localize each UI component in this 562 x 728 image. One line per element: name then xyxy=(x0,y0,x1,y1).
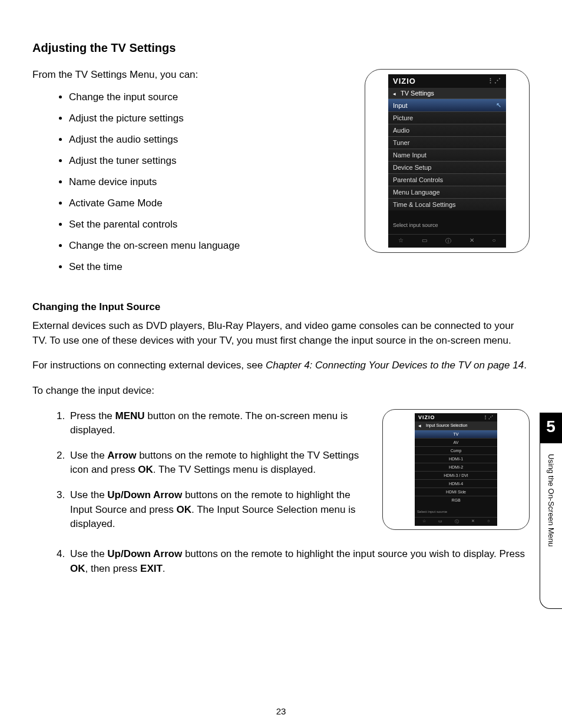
list-item: Change the on-screen menu language xyxy=(69,240,353,252)
text: Use the xyxy=(70,489,107,500)
chapter-side-tab: 5 Using the On-Screen Menu xyxy=(540,413,562,609)
intro-left-column: From the TV Settings Menu, you can: Chan… xyxy=(32,69,353,282)
menu-item: Audio xyxy=(388,124,506,136)
chapter-label: Using the On-Screen Menu xyxy=(547,454,556,547)
circle-icon: ○ xyxy=(492,237,496,245)
menu-item: Menu Language xyxy=(388,186,506,198)
paragraph-external-devices: External devices such as DVD players, Bl… xyxy=(32,319,530,348)
arrow-button-label: Arrow xyxy=(107,450,136,461)
close-icon: ✕ xyxy=(470,237,474,245)
menu-item: Name Input xyxy=(388,149,506,161)
input-item: AV xyxy=(415,438,497,446)
updown-arrow-label: Up/Down Arrow xyxy=(107,548,182,559)
list-item: Name device inputs xyxy=(69,176,353,188)
figure-frame: VIZIO ⋮⋰ Input Source Selection TV AV Co… xyxy=(382,409,530,530)
back-arrow-icon xyxy=(393,90,396,97)
wifi-icon: ⋮⋰ xyxy=(487,77,501,85)
steps-left-column: Press the MENU button on the remote. The… xyxy=(32,409,372,542)
menu-title-row: Input Source Selection xyxy=(415,421,497,430)
ok-button-label: OK xyxy=(177,504,192,515)
step-2: Use the Arrow buttons on the remote to h… xyxy=(68,449,372,477)
figure-tv-settings-menu: VIZIO ⋮⋰ TV Settings Input ↖ Picture Aud… xyxy=(365,69,530,253)
input-item: HDMI Side xyxy=(415,487,497,496)
paragraph-to-change: To change the input device: xyxy=(32,384,530,398)
wifi-icon: ⋮⋰ xyxy=(483,414,494,420)
steps-list-continued: Use the Up/Down Arrow buttons on the rem… xyxy=(32,547,530,576)
tv-settings-menu: VIZIO ⋮⋰ TV Settings Input ↖ Picture Aud… xyxy=(388,74,506,248)
step-1: Press the MENU button on the remote. The… xyxy=(68,409,372,438)
menu-item: Picture xyxy=(388,111,506,124)
star-icon: ☆ xyxy=(398,237,404,245)
figure-frame: VIZIO ⋮⋰ TV Settings Input ↖ Picture Aud… xyxy=(365,69,530,253)
list-item: Adjust the picture settings xyxy=(69,113,353,124)
info-icon: ⓘ xyxy=(455,519,459,525)
menu-title: Input Source Selection xyxy=(426,423,467,427)
subheading-changing-input-source: Changing the Input Source xyxy=(32,301,530,313)
menu-brand-row: VIZIO ⋮⋰ xyxy=(388,74,506,88)
input-item: Comp xyxy=(415,446,497,454)
ok-button-label: OK xyxy=(138,464,153,475)
back-arrow-icon xyxy=(418,423,421,429)
input-item: HDMI-2 xyxy=(415,463,497,471)
text: , then press xyxy=(85,563,141,574)
list-item: Set the parental controls xyxy=(69,219,353,230)
brand-label: VIZIO xyxy=(418,414,435,420)
list-item: Activate Game Mode xyxy=(69,197,353,209)
grid-icon: ▭ xyxy=(422,237,427,245)
input-source-menu: VIZIO ⋮⋰ Input Source Selection TV AV Co… xyxy=(415,413,497,526)
menu-item: Time & Local Settings xyxy=(388,198,506,210)
step-4: Use the Up/Down Arrow buttons on the rem… xyxy=(68,547,530,576)
step-3: Use the Up/Down Arrow buttons on the rem… xyxy=(68,488,372,532)
menu-item: Device Setup xyxy=(388,161,506,173)
text: Use the xyxy=(70,450,107,461)
circle-icon: ○ xyxy=(487,519,490,525)
steps-row: Press the MENU button on the remote. The… xyxy=(32,409,530,542)
updown-arrow-label: Up/Down Arrow xyxy=(107,489,182,500)
exit-button-label: EXIT xyxy=(140,563,163,574)
list-item: Change the input source xyxy=(69,91,353,103)
menu-item-input: Input ↖ xyxy=(388,98,506,111)
cursor-icon: ↖ xyxy=(496,101,501,109)
list-item: Set the time xyxy=(69,261,353,273)
capabilities-list: Change the input source Adjust the pictu… xyxy=(32,91,353,273)
info-icon: ⓘ xyxy=(445,237,451,245)
menu-hint: Select input source xyxy=(388,210,506,234)
input-item: RGB xyxy=(415,496,497,504)
text: buttons on the remote to highlight the i… xyxy=(182,548,525,559)
chapter-number: 5 xyxy=(540,413,562,443)
menu-icon-row: ☆ ▭ ⓘ ✕ ○ xyxy=(415,517,497,526)
star-icon: ☆ xyxy=(422,519,426,525)
list-item: Adjust the audio settings xyxy=(69,134,353,146)
text: . The TV Settings menu is displayed. xyxy=(153,464,316,475)
grid-icon: ▭ xyxy=(438,519,442,525)
menu-title-row: TV Settings xyxy=(388,88,506,98)
text: Press the xyxy=(70,410,115,421)
ref-prefix: For instructions on connecting external … xyxy=(32,360,266,371)
menu-title: TV Settings xyxy=(401,90,434,97)
page-content: Adjusting the TV Settings From the TV Se… xyxy=(0,0,562,610)
ref-suffix: . xyxy=(524,360,527,371)
steps-list: Press the MENU button on the remote. The… xyxy=(32,409,372,532)
brand-label: VIZIO xyxy=(393,77,416,85)
menu-brand-row: VIZIO ⋮⋰ xyxy=(415,413,497,421)
menu-item: Parental Controls xyxy=(388,173,506,186)
intro-row: From the TV Settings Menu, you can: Chan… xyxy=(32,69,530,282)
list-item: Adjust the tuner settings xyxy=(69,155,353,167)
input-item: HDMI-1 xyxy=(415,454,497,463)
close-icon: ✕ xyxy=(471,519,475,525)
menu-item: Tuner xyxy=(388,136,506,149)
paragraph-reference: For instructions on connecting external … xyxy=(32,358,530,373)
page-number: 23 xyxy=(0,706,562,716)
text: Use the xyxy=(70,548,107,559)
menu-hint: Select input source xyxy=(415,504,497,517)
ok-button-label: OK xyxy=(70,563,85,574)
heading-adjusting-tv-settings: Adjusting the TV Settings xyxy=(32,41,530,55)
ref-chapter: Chapter 4: Connecting Your Devices to th… xyxy=(266,360,524,371)
figure-input-source-menu: VIZIO ⋮⋰ Input Source Selection TV AV Co… xyxy=(382,409,530,530)
input-item: HDMI-3 / DVI xyxy=(415,471,497,479)
chapter-label-box: Using the On-Screen Menu xyxy=(540,443,562,609)
text: . xyxy=(163,563,166,574)
intro-text: From the TV Settings Menu, you can: xyxy=(32,69,353,81)
menu-icon-row: ☆ ▭ ⓘ ✕ ○ xyxy=(388,234,506,248)
input-item: TV xyxy=(415,430,497,438)
